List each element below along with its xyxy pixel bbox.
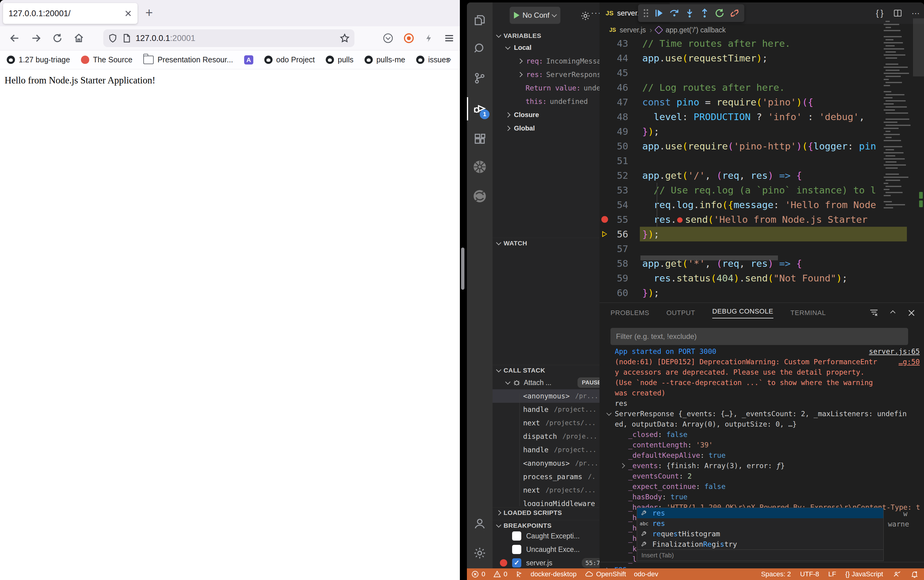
kubernetes-icon[interactable] <box>467 153 492 181</box>
statusbar-item-warning[interactable]: 0 <box>493 570 507 578</box>
breadcrumb-file[interactable]: server.js <box>620 26 646 34</box>
extensions-icon[interactable] <box>467 125 492 153</box>
back-button[interactable] <box>8 31 21 45</box>
divider-scrollbar-thumb[interactable] <box>461 247 464 290</box>
console-line[interactable]: ed, outputData: Array(0), outputSize: 0,… <box>615 419 920 429</box>
split-editor-icon[interactable] <box>893 8 902 18</box>
bookmark-item[interactable]: pulls-me <box>364 55 405 64</box>
suggest-item[interactable]: abcres <box>637 518 883 529</box>
settings-gear-icon[interactable] <box>467 539 492 567</box>
statusbar-item[interactable]: odo-dev <box>634 570 659 578</box>
console-line[interactable]: y accessors are deprecated. Please use t… <box>615 367 920 377</box>
bookmark-item[interactable]: pulls <box>326 55 353 64</box>
step-over-icon[interactable] <box>669 8 680 18</box>
bookmark-item[interactable]: Presentation Resour... <box>143 55 233 64</box>
statusbar-item-bell[interactable] <box>911 570 919 578</box>
run-and-debug-icon[interactable]: 1 <box>467 95 492 123</box>
code-line[interactable]: 59 res.status(404).send("Not Found"); <box>600 271 924 285</box>
suggest-item[interactable]: res <box>637 508 883 518</box>
code-line[interactable]: 48 level: PRODUCTION ? 'info' : 'debug', <box>600 109 924 124</box>
console-line[interactable]: (Use `node --trace-deprecation ...` to s… <box>615 377 920 388</box>
source-link[interactable]: server.js:65 <box>869 348 920 355</box>
variables-section-header[interactable]: VARIABLES <box>492 31 600 41</box>
panel-tab-problems[interactable]: PROBLEMS <box>611 309 649 317</box>
code-line[interactable]: 46// Log routes after here. <box>600 80 924 95</box>
console-line[interactable]: ServerResponse {_events: {…}, _eventsCou… <box>615 409 920 419</box>
loaded-scripts-header[interactable]: LOADED SCRIPTS <box>492 507 600 517</box>
statusbar-item-feedback[interactable] <box>892 570 901 578</box>
console-line[interactable]: was created) <box>615 388 920 398</box>
code-line[interactable]: 44app.use(requestTimer); <box>600 51 924 65</box>
bookmark-item[interactable]: issues <box>416 55 450 64</box>
console-filter-input[interactable]: Filter (e.g. text, !exclude) <box>611 328 908 345</box>
callstack-frame[interactable]: handle/project... <box>492 443 600 456</box>
maximize-panel-icon[interactable] <box>890 310 896 316</box>
statusbar-item-error[interactable]: 0 <box>471 570 485 578</box>
browser-tab[interactable]: 127.0.0.1:20001/ <box>3 3 137 24</box>
restart-icon[interactable] <box>715 8 725 18</box>
callstack-frame[interactable]: dispatch/proje... <box>492 430 600 443</box>
panel-tab-terminal[interactable]: TERMINAL <box>791 309 826 317</box>
code-line[interactable]: 47const pino = require('pino')({ <box>600 95 924 109</box>
start-debug-icon[interactable] <box>514 12 519 19</box>
code-line[interactable]: 56}); <box>600 227 924 241</box>
code-line[interactable]: 60}); <box>600 285 924 300</box>
close-panel-icon[interactable] <box>907 308 916 318</box>
extension-badge-icon[interactable] <box>404 33 414 43</box>
watch-section-header[interactable]: WATCH <box>492 238 600 248</box>
bookmark-item[interactable]: The Source <box>81 55 132 64</box>
horizontal-scrollbar[interactable] <box>641 255 778 260</box>
variable-row[interactable]: res:ServerResponse… <box>492 68 600 81</box>
drag-grip-icon[interactable] <box>642 8 649 18</box>
callstack-frame[interactable]: loggingMiddleware <box>492 497 600 506</box>
console-line[interactable]: App started on PORT 3000server.js:65 <box>615 346 920 357</box>
chevron-down-icon[interactable] <box>604 409 614 419</box>
breakpoint-checkbox[interactable]: ✓ <box>512 558 521 567</box>
console-line[interactable]: _hasBody: true <box>628 492 920 502</box>
statusbar-item-cluster[interactable] <box>516 570 523 578</box>
panel-tab-debug-console[interactable]: DEBUG CONSOLE <box>712 307 773 318</box>
code-line[interactable]: 43// Time routes after here. <box>600 36 924 51</box>
explorer-icon[interactable] <box>467 6 492 34</box>
console-line[interactable]: _contentLength: '39' <box>628 440 920 450</box>
console-line[interactable]: _defaultKeepAlive: true <box>628 450 920 461</box>
url-bar[interactable]: 127.0.0.1:20001 <box>103 29 354 47</box>
breakpoint-row[interactable]: Uncaught Exce... <box>492 543 600 556</box>
console-line[interactable]: (node:61) [DEP0152] DeprecationWarning: … <box>615 357 920 367</box>
source-link[interactable]: …g:50 <box>899 358 920 366</box>
lightning-icon[interactable] <box>425 33 433 43</box>
variables-scope-row[interactable]: Local <box>492 41 600 54</box>
shield-icon[interactable] <box>108 34 117 43</box>
filter-icon[interactable] <box>869 308 879 318</box>
debug-session-row[interactable]: Attach ... PAUSED <box>492 376 600 389</box>
bookmarks-overflow-chevron[interactable]: » <box>446 54 451 64</box>
reload-button[interactable] <box>51 31 64 45</box>
continue-icon[interactable] <box>654 8 664 18</box>
code-line[interactable]: 55 res.send('Hello from Node.js Starter <box>600 212 924 227</box>
breakpoint-checkbox[interactable] <box>512 545 521 554</box>
glyph-margin[interactable] <box>600 231 610 237</box>
home-button[interactable] <box>72 31 86 45</box>
breakpoints-section-header[interactable]: BREAKPOINTS <box>492 520 600 531</box>
breakpoint-checkbox[interactable] <box>512 531 521 540</box>
variable-row[interactable]: Return value:undef… <box>492 81 600 95</box>
bookmark-star-icon[interactable] <box>340 33 349 43</box>
panel-tab-output[interactable]: OUTPUT <box>666 309 695 317</box>
suggest-item[interactable]: FinalizationRegistry <box>637 539 883 549</box>
minimap-slider[interactable] <box>913 18 924 76</box>
minimap[interactable] <box>884 21 912 222</box>
code-line[interactable]: 45 <box>600 65 924 80</box>
code-line[interactable]: 50app.use(require('pino-http')({logger: … <box>600 139 924 153</box>
code-editor[interactable]: 43// Time routes after here.44app.use(re… <box>600 36 924 303</box>
statusbar-item-cloud[interactable]: OpenShift <box>585 570 626 578</box>
console-line[interactable]: _expect_continue: false <box>628 481 920 492</box>
console-line[interactable]: _closed: false <box>628 429 920 440</box>
search-icon[interactable] <box>467 34 492 63</box>
bookmark-item[interactable]: A <box>244 55 253 64</box>
callstack-section-header[interactable]: CALL STACK <box>492 365 600 375</box>
step-into-icon[interactable] <box>684 8 695 18</box>
glyph-margin[interactable] <box>600 216 610 223</box>
breadcrumb-symbol[interactable]: app.get('/') callback <box>665 26 726 34</box>
callstack-frame[interactable]: process_params/. <box>492 470 600 483</box>
statusbar-item[interactable]: UTF-8 <box>800 570 819 578</box>
